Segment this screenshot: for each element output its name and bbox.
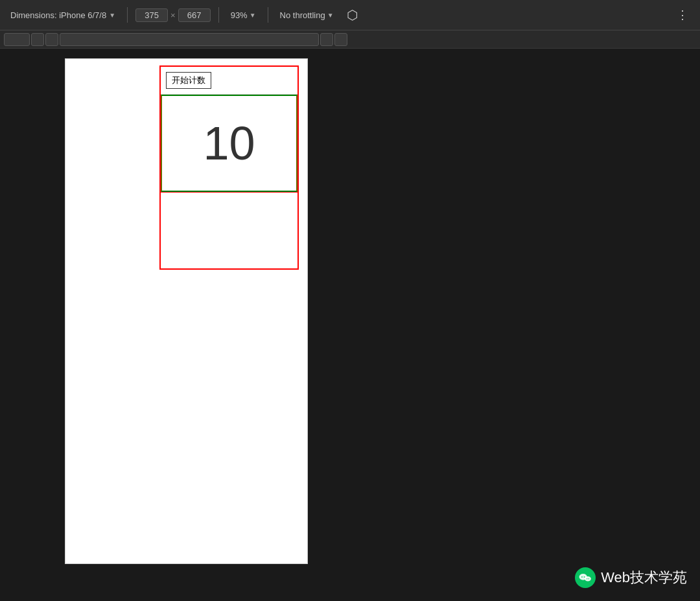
svg-point-2 bbox=[584, 576, 585, 578]
height-input[interactable] bbox=[178, 8, 211, 22]
tab-item-2[interactable] bbox=[31, 33, 44, 46]
svg-point-4 bbox=[587, 578, 587, 579]
zoom-dropdown-icon: ▼ bbox=[250, 12, 256, 19]
wechat-icon bbox=[575, 567, 596, 588]
app-content: 开始计数 10 bbox=[65, 59, 307, 563]
device-dropdown-icon: ▼ bbox=[109, 12, 115, 19]
button-area: 开始计数 bbox=[161, 67, 298, 95]
counter-value: 10 bbox=[203, 117, 255, 170]
iphone-frame: 开始计数 10 bbox=[65, 58, 308, 564]
device-selector[interactable]: Dimensions: iPhone 6/7/8 ▼ bbox=[6, 8, 119, 22]
main-content: 开始计数 10 bbox=[0, 49, 700, 601]
zoom-value: 93% bbox=[231, 10, 248, 20]
x-separator: × bbox=[170, 10, 176, 20]
bottom-empty-area bbox=[161, 192, 298, 250]
watermark-text: Web技术学苑 bbox=[601, 568, 687, 587]
start-count-button[interactable]: 开始计数 bbox=[166, 72, 211, 89]
device-label: Dimensions: iPhone 6/7/8 bbox=[10, 10, 106, 20]
devtools-toolbar: Dimensions: iPhone 6/7/8 ▼ × 93% ▼ No th… bbox=[0, 0, 700, 30]
rotate-button[interactable]: ⬡ bbox=[343, 5, 362, 25]
secondary-toolbar bbox=[0, 30, 700, 49]
tab-item-3[interactable] bbox=[45, 33, 58, 46]
toolbar-divider-2 bbox=[218, 7, 219, 23]
toolbar-divider-1 bbox=[127, 7, 128, 23]
tab-item-1[interactable] bbox=[4, 33, 30, 46]
throttle-label: No throttling bbox=[280, 10, 325, 20]
tab-item-5[interactable] bbox=[320, 33, 333, 46]
counter-display: 10 bbox=[161, 95, 298, 192]
svg-point-5 bbox=[589, 578, 589, 579]
dimensions-section: × bbox=[135, 8, 211, 22]
tab-item-4[interactable] bbox=[60, 33, 319, 46]
right-panel: Web技术学苑 bbox=[486, 49, 700, 601]
zoom-selector[interactable]: 93% ▼ bbox=[227, 8, 260, 22]
device-viewport-area: 开始计数 10 bbox=[0, 49, 486, 601]
tab-item-6[interactable] bbox=[334, 33, 347, 46]
svg-point-3 bbox=[585, 576, 591, 581]
toolbar-divider-3 bbox=[268, 7, 268, 23]
outer-container: 开始计数 10 bbox=[159, 65, 299, 270]
more-options-button[interactable]: ⋮ bbox=[671, 6, 694, 24]
throttle-selector[interactable]: No throttling ▼ bbox=[276, 8, 338, 22]
width-input[interactable] bbox=[135, 8, 168, 22]
throttle-dropdown-icon: ▼ bbox=[327, 12, 334, 19]
watermark: Web技术学苑 bbox=[575, 567, 687, 588]
svg-point-1 bbox=[581, 576, 583, 578]
